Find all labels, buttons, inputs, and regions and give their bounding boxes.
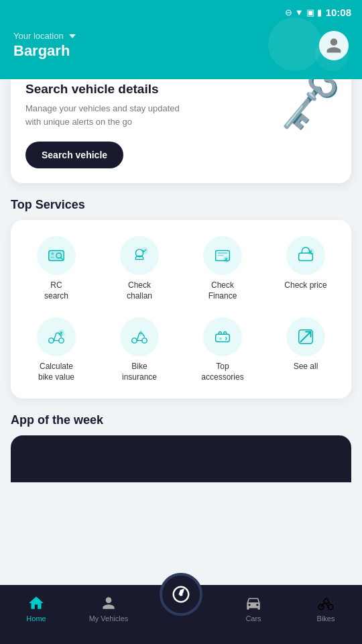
see-all-label: See all [294, 362, 318, 372]
svg-point-21 [142, 338, 147, 343]
svg-rect-24 [299, 330, 313, 344]
svg-rect-10 [218, 255, 224, 256]
main-content: Search vehicle details Manage your vehic… [0, 79, 362, 640]
header-location: Your location Bargarh [13, 31, 76, 60]
home-icon [27, 594, 45, 612]
bike-insurance-label: Bikeinsurance [122, 362, 157, 382]
signal-icon: ▣ [306, 7, 314, 17]
status-icons: ⊖ ▼ ▣ ▮ [285, 7, 322, 17]
see-all-icon [296, 327, 316, 347]
search-vehicle-button[interactable]: Search vehicle [25, 142, 123, 168]
check-challan-icon [129, 246, 149, 266]
services-grid: RCsearch Checkchallan [17, 231, 345, 388]
nav-center-fab[interactable] [160, 573, 202, 616]
avatar-button[interactable] [319, 31, 349, 60]
svg-point-7 [141, 248, 147, 254]
top-services-title: Top Services [11, 198, 351, 212]
service-item-top-accessories[interactable]: Topaccessories [184, 312, 261, 388]
bikes-icon [317, 594, 335, 612]
top-accessories-icon-wrap [203, 317, 242, 356]
app-of-week-preview [11, 435, 351, 482]
svg-point-4 [52, 252, 54, 255]
service-item-see-all[interactable]: See all [267, 312, 345, 388]
location-label[interactable]: Your location [13, 31, 76, 41]
svg-point-17 [59, 338, 64, 343]
compass-icon [171, 584, 191, 604]
svg-rect-9 [218, 252, 228, 254]
rc-search-icon [46, 246, 66, 266]
app-of-week-section: App of the week [11, 413, 351, 482]
chevron-down-icon [69, 34, 76, 38]
wifi-icon: ▼ [295, 7, 304, 17]
calc-bike-value-icon: ₹ [46, 327, 66, 347]
service-item-calc-bike-value[interactable]: ₹ Calculatebike value [17, 312, 95, 388]
check-challan-label: Checkchallan [127, 280, 152, 301]
bike-insurance-icon [129, 327, 149, 347]
service-item-check-finance[interactable]: ₹ CheckFinance [184, 231, 261, 307]
service-item-rc-search[interactable]: RCsearch [17, 231, 95, 307]
nav-home-label: Home [26, 614, 46, 623]
nav-bikes-label: Bikes [317, 614, 335, 623]
top-accessories-label: Topaccessories [201, 362, 243, 382]
calc-bike-value-icon-wrap: ₹ [37, 317, 76, 356]
keys-illustration: 🗝️ [272, 79, 347, 133]
svg-point-23 [219, 337, 222, 340]
nav-my-vehicles-label: My Vehicles [89, 614, 129, 623]
nav-cars-label: Cars [245, 614, 261, 623]
svg-point-16 [49, 338, 54, 343]
check-price-icon: ₹ [296, 246, 316, 266]
service-item-bike-insurance[interactable]: Bikeinsurance [101, 312, 178, 388]
check-finance-label: CheckFinance [208, 280, 237, 301]
user-icon [325, 37, 343, 54]
nav-item-bikes[interactable]: Bikes [290, 592, 362, 623]
bike-insurance-icon-wrap [120, 317, 159, 356]
svg-point-25 [180, 593, 183, 596]
header: Your location Bargarh [0, 24, 362, 79]
check-finance-icon-wrap: ₹ [203, 236, 242, 275]
app-of-week-title: App of the week [11, 413, 351, 427]
nav-item-my-vehicles[interactable]: My Vehicles [72, 592, 145, 623]
city-name: Bargarh [13, 42, 76, 60]
top-accessories-icon [213, 327, 233, 347]
check-price-icon-wrap: ₹ [286, 236, 325, 275]
status-time: 10:08 [326, 7, 351, 18]
do-not-disturb-icon: ⊖ [285, 7, 292, 17]
search-vehicle-card: Search vehicle details Manage your vehic… [11, 79, 351, 183]
search-card-description: Manage your vehicles and stay updated wi… [25, 102, 186, 128]
service-item-check-challan[interactable]: Checkchallan [101, 231, 178, 307]
svg-rect-5 [51, 257, 55, 258]
nav-item-home[interactable]: Home [0, 592, 72, 623]
nav-item-cars[interactable]: Cars [217, 592, 290, 623]
svg-point-20 [132, 338, 137, 343]
rc-search-icon-wrap [37, 236, 76, 275]
check-price-label: Check price [284, 280, 326, 291]
rc-search-label: RCsearch [44, 280, 68, 301]
my-vehicles-icon [100, 594, 117, 612]
check-challan-icon-wrap [120, 236, 159, 275]
battery-icon: ▮ [317, 7, 322, 17]
service-item-check-price[interactable]: ₹ Check price [267, 231, 345, 307]
check-finance-icon: ₹ [213, 246, 233, 266]
calc-bike-value-label: Calculatebike value [38, 362, 74, 382]
see-all-icon-wrap [286, 317, 325, 356]
bottom-nav: Home My Vehicles Cars Bikes [0, 585, 362, 644]
svg-rect-22 [216, 334, 230, 341]
cars-icon [245, 594, 262, 612]
nav-center [145, 592, 217, 621]
services-card: RCsearch Checkchallan [11, 220, 351, 398]
